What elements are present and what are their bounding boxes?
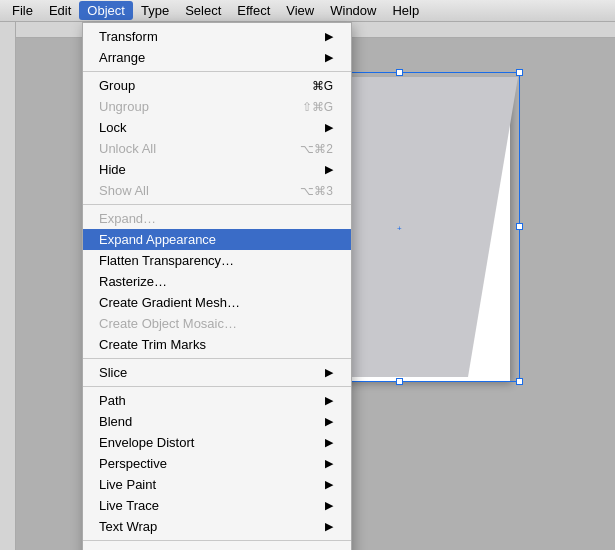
object-dropdown-menu: Transform ▶ Arrange ▶ Group ⌘G Ungroup ⇧…	[82, 22, 352, 550]
divider-3	[83, 358, 351, 359]
arrow-icon: ▶	[325, 394, 333, 407]
menu-item-expand-appearance[interactable]: Expand Appearance	[83, 229, 351, 250]
menu-item-ungroup[interactable]: Ungroup ⇧⌘G	[83, 96, 351, 117]
menu-effect[interactable]: Effect	[229, 1, 278, 20]
arrow-icon: ▶	[325, 436, 333, 449]
menu-window[interactable]: Window	[322, 1, 384, 20]
menu-item-expand[interactable]: Expand…	[83, 208, 351, 229]
menu-view[interactable]: View	[278, 1, 322, 20]
arrow-icon: ▶	[325, 499, 333, 512]
menu-item-create-trim-marks[interactable]: Create Trim Marks	[83, 334, 351, 355]
divider-1	[83, 71, 351, 72]
arrow-icon: ▶	[325, 478, 333, 491]
arrow-icon: ▶	[325, 520, 333, 533]
menu-item-envelope-distort[interactable]: Envelope Distort ▶	[83, 432, 351, 453]
menu-item-rasterize[interactable]: Rasterize…	[83, 271, 351, 292]
menu-item-perspective[interactable]: Perspective ▶	[83, 453, 351, 474]
arrow-icon: ▶	[325, 366, 333, 379]
menu-item-lock[interactable]: Lock ▶	[83, 117, 351, 138]
menu-item-group[interactable]: Group ⌘G	[83, 75, 351, 96]
arrow-icon: ▶	[325, 457, 333, 470]
arrow-icon: ▶	[325, 121, 333, 134]
menu-item-hide[interactable]: Hide ▶	[83, 159, 351, 180]
divider-4	[83, 386, 351, 387]
menu-type[interactable]: Type	[133, 1, 177, 20]
arrow-icon: ▶	[325, 30, 333, 43]
menu-item-unlock-all[interactable]: Unlock All ⌥⌘2	[83, 138, 351, 159]
menu-select[interactable]: Select	[177, 1, 229, 20]
menu-item-text-wrap[interactable]: Text Wrap ▶	[83, 516, 351, 537]
menu-item-clipping-mask[interactable]: Clipping Mask ▶	[83, 544, 351, 550]
handle-bottom-right[interactable]	[516, 378, 523, 385]
menu-item-slice[interactable]: Slice ▶	[83, 362, 351, 383]
menu-edit[interactable]: Edit	[41, 1, 79, 20]
menu-file[interactable]: File	[4, 1, 41, 20]
menu-item-live-trace[interactable]: Live Trace ▶	[83, 495, 351, 516]
menu-item-transform[interactable]: Transform ▶	[83, 26, 351, 47]
menu-item-arrange[interactable]: Arrange ▶	[83, 47, 351, 68]
menu-help[interactable]: Help	[384, 1, 427, 20]
arrow-icon: ▶	[325, 51, 333, 64]
menu-item-show-all[interactable]: Show All ⌥⌘3	[83, 180, 351, 201]
ruler-vertical	[0, 22, 16, 550]
arrow-icon: ▶	[325, 415, 333, 428]
menu-item-blend[interactable]: Blend ▶	[83, 411, 351, 432]
handle-top-right[interactable]	[516, 69, 523, 76]
menu-item-path[interactable]: Path ▶	[83, 390, 351, 411]
menu-item-create-object-mosaic[interactable]: Create Object Mosaic…	[83, 313, 351, 334]
menubar: File Edit Object Type Select Effect View…	[0, 0, 615, 22]
arrow-icon: ▶	[325, 163, 333, 176]
menu-item-live-paint[interactable]: Live Paint ▶	[83, 474, 351, 495]
menu-item-flatten-transparency[interactable]: Flatten Transparency…	[83, 250, 351, 271]
divider-2	[83, 204, 351, 205]
menu-object[interactable]: Object	[79, 1, 133, 20]
menu-item-create-gradient-mesh[interactable]: Create Gradient Mesh…	[83, 292, 351, 313]
divider-5	[83, 540, 351, 541]
handle-top-middle[interactable]	[396, 69, 403, 76]
